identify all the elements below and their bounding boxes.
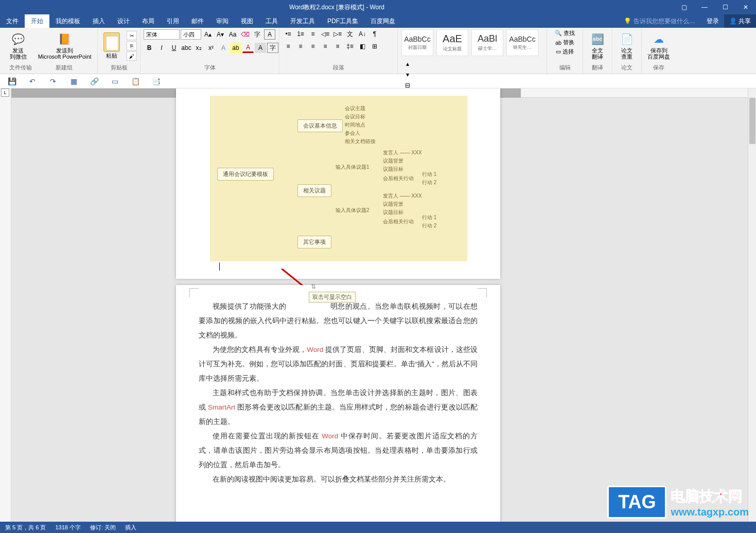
enclose-button[interactable]: A	[264, 29, 275, 40]
qat-btn-7[interactable]: 📋	[130, 76, 141, 87]
tab-pdf[interactable]: PDF工具集	[321, 14, 364, 28]
tab-design[interactable]: 设计	[111, 14, 136, 28]
copy-button[interactable]: ⎘	[127, 41, 137, 50]
font-color-button[interactable]: A	[242, 43, 254, 53]
send-ppt-button[interactable]: 📙 发送到 Microsoft PowerPoint	[35, 29, 94, 63]
paste-button[interactable]: 粘贴	[101, 32, 122, 60]
save-button[interactable]: 💾	[6, 76, 17, 87]
tab-baidu[interactable]: 百度网盘	[364, 14, 401, 28]
font-name-input[interactable]	[144, 29, 180, 40]
status-page[interactable]: 第 5 页，共 6 页	[5, 524, 46, 531]
align-center-button[interactable]: ≡	[295, 41, 306, 51]
status-insert[interactable]: 插入	[125, 524, 136, 531]
change-case-button[interactable]: Aa	[227, 29, 238, 40]
tab-insert[interactable]: 插入	[86, 14, 111, 28]
font-size-input[interactable]	[181, 29, 201, 40]
clear-format-button[interactable]: ⌫	[239, 29, 251, 40]
page-gap-icon[interactable]: ⇅	[311, 283, 316, 290]
login-button[interactable]: 登录	[701, 17, 724, 26]
inc-indent-button[interactable]: ▷≡	[332, 29, 343, 39]
maximize-button[interactable]: ☐	[715, 0, 735, 14]
numbering-button[interactable]: 1≡	[295, 29, 306, 39]
style-item-1[interactable]: AaE论文标题	[436, 29, 468, 56]
bold-button[interactable]: B	[144, 43, 155, 53]
qat-btn-8[interactable]: 📑	[150, 76, 162, 87]
vertical-ruler[interactable]: L	[0, 88, 11, 522]
minimize-button[interactable]: —	[694, 0, 715, 14]
qat-btn-5[interactable]: 🔗	[89, 76, 100, 87]
document-area[interactable]: 通用会议纪要模板 会议基本信息 会议主题 会议目标 时间地点 参会人 相关文档链…	[11, 88, 756, 522]
redo-button[interactable]: ↷	[47, 76, 59, 87]
save-baidu-button[interactable]: ☁保存到 百度网盘	[645, 29, 673, 63]
distribute-button[interactable]: ≡	[332, 41, 343, 51]
status-words[interactable]: 1318 个字	[55, 524, 81, 531]
superscript-button[interactable]: x²	[205, 43, 217, 53]
qat-btn-4[interactable]: ▦	[68, 76, 79, 87]
align-left-button[interactable]: ≡	[283, 41, 294, 51]
subscript-button[interactable]: x₂	[193, 43, 204, 53]
text-effects-button[interactable]: A	[218, 43, 229, 53]
highlight-button[interactable]: ab	[230, 43, 241, 53]
replace-button[interactable]: ab替换	[553, 38, 576, 47]
watermark-url: www.tagxp.com	[671, 506, 749, 518]
translate-button[interactable]: 🔤全文 翻译	[586, 29, 609, 63]
paper-check-button[interactable]: 📄论文 查重	[616, 29, 638, 63]
tab-file[interactable]: 文件	[0, 14, 25, 28]
text-direction-button[interactable]: 文	[344, 29, 356, 39]
dec-indent-button[interactable]: ◁≡	[320, 29, 331, 39]
style-item-3[interactable]: AaBbCc研究生…	[506, 29, 538, 56]
styles-up-button[interactable]: ▴	[402, 59, 413, 69]
style-item-2[interactable]: AaBl硕士学…	[471, 29, 503, 56]
share-button[interactable]: 👤 共享	[724, 14, 756, 28]
tab-devtools[interactable]: 开发工具	[284, 14, 321, 28]
sort-button[interactable]: A↓	[357, 29, 368, 39]
underline-button[interactable]: U	[168, 43, 180, 53]
tab-tools[interactable]: 工具	[259, 14, 284, 28]
multilevel-button[interactable]: ≡	[307, 29, 319, 39]
ribbon-options-icon[interactable]: ▢	[674, 0, 694, 14]
tab-layout[interactable]: 布局	[136, 14, 161, 28]
tab-view[interactable]: 视图	[235, 14, 259, 28]
styles-down-button[interactable]: ▾	[402, 69, 413, 80]
show-marks-button[interactable]: ¶	[369, 29, 380, 39]
send-wechat-button[interactable]: 💬 发送 到微信	[3, 29, 33, 63]
align-right-button[interactable]: ≡	[307, 41, 319, 51]
format-painter-button[interactable]: 🖌	[127, 51, 137, 61]
qat-btn-6[interactable]: ▭	[109, 76, 120, 87]
char-border-button[interactable]: 字	[267, 43, 278, 53]
close-button[interactable]: ✕	[735, 0, 756, 14]
char-shading-button[interactable]: A	[255, 43, 266, 53]
find-button[interactable]: 🔍查找	[553, 29, 577, 38]
tab-review[interactable]: 审阅	[210, 14, 235, 28]
tab-references[interactable]: 引用	[161, 14, 185, 28]
tab-mytemplates[interactable]: 我的模板	[49, 14, 86, 28]
group-clipboard: 粘贴 ✂ ⎘ 🖌 剪贴板	[98, 28, 140, 74]
justify-button[interactable]: ≡	[320, 41, 331, 51]
tell-me-input[interactable]: 💡 告诉我您想要做什么…	[618, 17, 701, 26]
paste-icon	[103, 32, 120, 52]
shading-button[interactable]: ◧	[357, 41, 368, 51]
line-spacing-button[interactable]: ‡≡	[344, 41, 356, 51]
vertical-scrollbar[interactable]	[748, 88, 756, 522]
window-title: Word教程2.docx [兼容模式] - Word	[0, 3, 674, 12]
collapse-ribbon-button[interactable]: ⌃	[747, 525, 754, 532]
strike-button[interactable]: abc	[181, 43, 192, 53]
tab-home[interactable]: 开始	[25, 14, 49, 28]
bullets-button[interactable]: •≡	[283, 29, 294, 39]
style-item-0[interactable]: AaBbCc封面日期	[401, 29, 433, 56]
tab-selector[interactable]: L	[1, 88, 9, 97]
italic-button[interactable]: I	[156, 43, 167, 53]
doc-p5: 在新的阅读视图中阅读更加容易。可以折叠文档某些部分并关注所需文本。	[199, 472, 478, 487]
undo-button[interactable]: ↶	[27, 76, 38, 87]
tab-mail[interactable]: 邮件	[185, 14, 210, 28]
shrink-font-button[interactable]: A▾	[215, 29, 226, 40]
borders-button[interactable]: ⊞	[369, 41, 380, 51]
grow-font-button[interactable]: A▴	[202, 29, 214, 40]
select-button[interactable]: ▭选择	[554, 47, 576, 56]
phonetic-button[interactable]: 字	[252, 29, 263, 40]
group-translate: 🔤全文 翻译 翻译	[583, 28, 612, 74]
cut-button[interactable]: ✂	[127, 31, 137, 40]
statusbar: 第 5 页，共 6 页 1318 个字 修订: 关闭 插入	[0, 522, 756, 533]
scrollbar-thumb[interactable]	[749, 98, 755, 144]
status-track[interactable]: 修订: 关闭	[90, 524, 116, 531]
